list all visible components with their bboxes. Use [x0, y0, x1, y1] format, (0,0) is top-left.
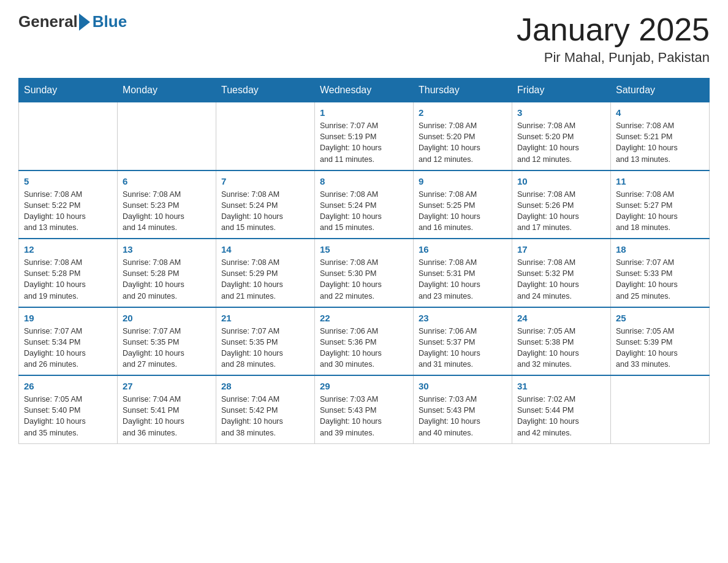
day-number: 29	[320, 381, 408, 391]
day-header-friday: Friday	[512, 79, 611, 102]
day-info: Sunrise: 7:03 AM Sunset: 5:43 PM Dayligh…	[320, 394, 408, 439]
day-info: Sunrise: 7:08 AM Sunset: 5:27 PM Dayligh…	[616, 189, 704, 234]
day-info: Sunrise: 7:07 AM Sunset: 5:33 PM Dayligh…	[616, 257, 704, 302]
day-cell	[19, 102, 118, 170]
day-cell: 6Sunrise: 7:08 AM Sunset: 5:23 PM Daylig…	[118, 170, 216, 239]
day-info: Sunrise: 7:08 AM Sunset: 5:21 PM Dayligh…	[616, 120, 704, 165]
day-cell: 10Sunrise: 7:08 AM Sunset: 5:26 PM Dayli…	[512, 170, 611, 239]
title-block: January 2025 Pir Mahal, Punjab, Pakistan	[517, 12, 710, 66]
day-number: 11	[616, 176, 704, 186]
day-cell: 19Sunrise: 7:07 AM Sunset: 5:34 PM Dayli…	[19, 307, 118, 376]
day-info: Sunrise: 7:08 AM Sunset: 5:25 PM Dayligh…	[419, 189, 507, 234]
day-number: 5	[24, 176, 112, 186]
day-number: 23	[419, 313, 507, 323]
day-cell: 23Sunrise: 7:06 AM Sunset: 5:37 PM Dayli…	[414, 307, 512, 376]
day-cell	[611, 375, 710, 443]
day-number: 30	[419, 381, 507, 391]
day-cell: 11Sunrise: 7:08 AM Sunset: 5:27 PM Dayli…	[611, 170, 710, 239]
page-header: General Blue January 2025 Pir Mahal, Pun…	[18, 12, 710, 66]
day-number: 26	[24, 381, 112, 391]
day-cell: 24Sunrise: 7:05 AM Sunset: 5:38 PM Dayli…	[512, 307, 611, 376]
day-number: 10	[517, 176, 605, 186]
day-cell: 21Sunrise: 7:07 AM Sunset: 5:35 PM Dayli…	[216, 307, 315, 376]
day-header-wednesday: Wednesday	[315, 79, 414, 102]
day-info: Sunrise: 7:02 AM Sunset: 5:44 PM Dayligh…	[517, 394, 605, 439]
day-info: Sunrise: 7:08 AM Sunset: 5:22 PM Dayligh…	[24, 189, 112, 234]
day-info: Sunrise: 7:08 AM Sunset: 5:32 PM Dayligh…	[517, 257, 605, 302]
day-cell: 1Sunrise: 7:07 AM Sunset: 5:19 PM Daylig…	[315, 102, 414, 170]
day-cell: 28Sunrise: 7:04 AM Sunset: 5:42 PM Dayli…	[216, 375, 315, 443]
week-row-1: 1Sunrise: 7:07 AM Sunset: 5:19 PM Daylig…	[19, 102, 710, 170]
day-number: 20	[123, 313, 211, 323]
day-cell: 14Sunrise: 7:08 AM Sunset: 5:29 PM Dayli…	[216, 239, 315, 307]
day-cell: 31Sunrise: 7:02 AM Sunset: 5:44 PM Dayli…	[512, 375, 611, 443]
day-header-tuesday: Tuesday	[216, 79, 315, 102]
day-info: Sunrise: 7:08 AM Sunset: 5:31 PM Dayligh…	[419, 257, 507, 302]
day-number: 15	[320, 244, 408, 255]
day-info: Sunrise: 7:08 AM Sunset: 5:23 PM Dayligh…	[123, 189, 211, 234]
day-info: Sunrise: 7:04 AM Sunset: 5:41 PM Dayligh…	[123, 394, 211, 439]
day-cell	[118, 102, 216, 170]
day-info: Sunrise: 7:04 AM Sunset: 5:42 PM Dayligh…	[221, 394, 309, 439]
day-header-saturday: Saturday	[611, 79, 710, 102]
day-cell: 13Sunrise: 7:08 AM Sunset: 5:28 PM Dayli…	[118, 239, 216, 307]
day-cell	[216, 102, 315, 170]
day-number: 13	[123, 244, 211, 255]
day-number: 25	[616, 313, 704, 323]
day-info: Sunrise: 7:07 AM Sunset: 5:35 PM Dayligh…	[221, 326, 309, 370]
calendar-table: SundayMondayTuesdayWednesdayThursdayFrid…	[18, 78, 710, 444]
month-year-title: January 2025	[517, 12, 710, 47]
day-header-thursday: Thursday	[414, 79, 512, 102]
day-info: Sunrise: 7:06 AM Sunset: 5:37 PM Dayligh…	[419, 326, 507, 370]
day-info: Sunrise: 7:03 AM Sunset: 5:43 PM Dayligh…	[419, 394, 507, 439]
day-number: 16	[419, 244, 507, 255]
day-info: Sunrise: 7:05 AM Sunset: 5:40 PM Dayligh…	[24, 394, 112, 439]
location-subtitle: Pir Mahal, Punjab, Pakistan	[517, 50, 710, 66]
day-cell: 16Sunrise: 7:08 AM Sunset: 5:31 PM Dayli…	[414, 239, 512, 307]
logo: General Blue	[18, 12, 127, 31]
day-cell: 25Sunrise: 7:05 AM Sunset: 5:39 PM Dayli…	[611, 307, 710, 376]
day-cell: 27Sunrise: 7:04 AM Sunset: 5:41 PM Dayli…	[118, 375, 216, 443]
day-cell: 20Sunrise: 7:07 AM Sunset: 5:35 PM Dayli…	[118, 307, 216, 376]
day-cell: 7Sunrise: 7:08 AM Sunset: 5:24 PM Daylig…	[216, 170, 315, 239]
week-row-4: 19Sunrise: 7:07 AM Sunset: 5:34 PM Dayli…	[19, 307, 710, 376]
day-cell: 12Sunrise: 7:08 AM Sunset: 5:28 PM Dayli…	[19, 239, 118, 307]
day-number: 27	[123, 381, 211, 391]
day-number: 4	[616, 107, 704, 118]
day-info: Sunrise: 7:07 AM Sunset: 5:34 PM Dayligh…	[24, 326, 112, 370]
day-info: Sunrise: 7:05 AM Sunset: 5:39 PM Dayligh…	[616, 326, 704, 370]
day-header-monday: Monday	[118, 79, 216, 102]
week-row-2: 5Sunrise: 7:08 AM Sunset: 5:22 PM Daylig…	[19, 170, 710, 239]
day-number: 19	[24, 313, 112, 323]
day-cell: 18Sunrise: 7:07 AM Sunset: 5:33 PM Dayli…	[611, 239, 710, 307]
day-cell: 17Sunrise: 7:08 AM Sunset: 5:32 PM Dayli…	[512, 239, 611, 307]
day-number: 6	[123, 176, 211, 186]
logo-general: General	[18, 12, 78, 31]
day-number: 21	[221, 313, 309, 323]
day-info: Sunrise: 7:06 AM Sunset: 5:36 PM Dayligh…	[320, 326, 408, 370]
day-cell: 9Sunrise: 7:08 AM Sunset: 5:25 PM Daylig…	[414, 170, 512, 239]
week-row-5: 26Sunrise: 7:05 AM Sunset: 5:40 PM Dayli…	[19, 375, 710, 443]
day-cell: 5Sunrise: 7:08 AM Sunset: 5:22 PM Daylig…	[19, 170, 118, 239]
day-cell: 2Sunrise: 7:08 AM Sunset: 5:20 PM Daylig…	[414, 102, 512, 170]
day-cell: 3Sunrise: 7:08 AM Sunset: 5:20 PM Daylig…	[512, 102, 611, 170]
logo-arrow-icon	[79, 13, 90, 31]
logo-blue: Blue	[93, 12, 127, 31]
day-info: Sunrise: 7:07 AM Sunset: 5:19 PM Dayligh…	[320, 120, 408, 165]
day-info: Sunrise: 7:08 AM Sunset: 5:20 PM Dayligh…	[419, 120, 507, 165]
day-info: Sunrise: 7:08 AM Sunset: 5:20 PM Dayligh…	[517, 120, 605, 165]
day-info: Sunrise: 7:08 AM Sunset: 5:28 PM Dayligh…	[24, 257, 112, 302]
day-number: 31	[517, 381, 605, 391]
day-info: Sunrise: 7:08 AM Sunset: 5:24 PM Dayligh…	[221, 189, 309, 234]
day-number: 17	[517, 244, 605, 255]
day-header-sunday: Sunday	[19, 79, 118, 102]
day-number: 12	[24, 244, 112, 255]
day-cell: 15Sunrise: 7:08 AM Sunset: 5:30 PM Dayli…	[315, 239, 414, 307]
day-number: 2	[419, 107, 507, 118]
day-number: 28	[221, 381, 309, 391]
day-number: 14	[221, 244, 309, 255]
day-number: 24	[517, 313, 605, 323]
day-cell: 22Sunrise: 7:06 AM Sunset: 5:36 PM Dayli…	[315, 307, 414, 376]
day-number: 7	[221, 176, 309, 186]
day-number: 18	[616, 244, 704, 255]
